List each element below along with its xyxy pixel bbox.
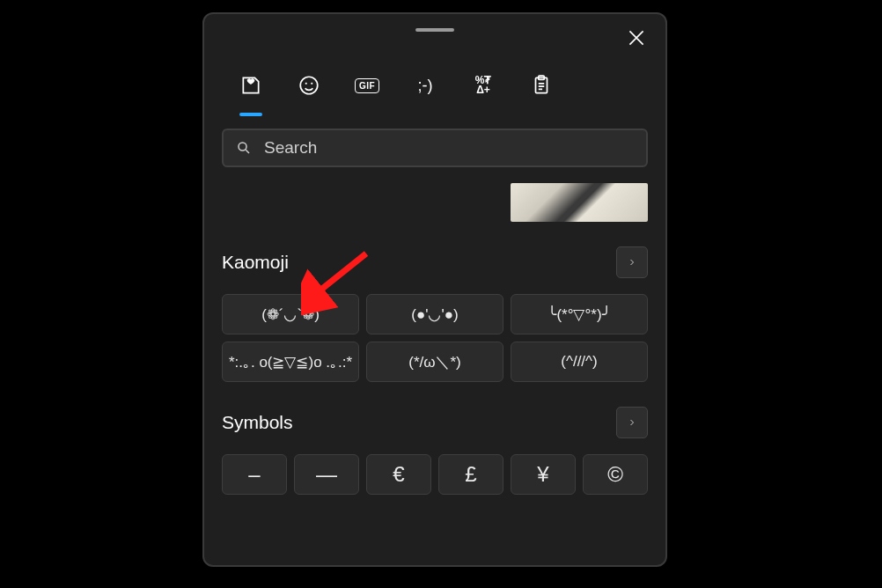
emoji-panel: GIF ;-) %₮Δ+ Kaomoji (❁´◡`❁) (●'◡'●) ╰(*…	[202, 12, 667, 567]
tab-clipboard[interactable]	[526, 70, 556, 100]
symbol-item[interactable]: –	[222, 454, 287, 495]
symbols-title: Symbols	[222, 412, 293, 433]
tab-emoji[interactable]	[294, 70, 324, 100]
clipboard-icon	[530, 74, 553, 97]
symbol-item[interactable]: ©	[583, 454, 648, 495]
symbols-expand-button[interactable]	[616, 407, 648, 438]
kaomoji-header: Kaomoji	[222, 246, 648, 278]
svg-point-0	[300, 77, 318, 94]
tab-kaomoji[interactable]: ;-)	[410, 70, 440, 100]
close-button[interactable]	[625, 26, 648, 49]
category-tabs: GIF ;-) %₮Δ+	[211, 32, 658, 100]
kaomoji-icon: ;-)	[418, 77, 433, 95]
gif-icon: GIF	[355, 78, 379, 93]
kaomoji-grid: (❁´◡`❁) (●'◡'●) ╰(*°▽°*)╯ *:.｡. o(≧▽≦)o …	[222, 294, 648, 382]
svg-point-2	[311, 83, 312, 85]
smiley-icon	[298, 74, 320, 97]
kaomoji-item[interactable]: (*/ω＼*)	[366, 342, 503, 382]
sticker-heart-icon	[239, 74, 262, 97]
content-scroll[interactable]: Kaomoji (❁´◡`❁) (●'◡'●) ╰(*°▽°*)╯ *:.｡. …	[211, 167, 658, 570]
gif-thumbnail[interactable]	[511, 183, 648, 222]
kaomoji-item[interactable]: *:.｡. o(≧▽≦)o .｡.:*	[222, 342, 359, 382]
kaomoji-item[interactable]: (❁´◡`❁)	[222, 294, 359, 334]
symbol-item[interactable]: £	[438, 454, 503, 495]
kaomoji-title: Kaomoji	[222, 252, 289, 273]
symbols-header: Symbols	[222, 407, 648, 438]
kaomoji-item[interactable]: (^///^)	[511, 342, 648, 382]
svg-point-5	[239, 143, 246, 151]
recent-gif-row	[222, 183, 648, 222]
chevron-right-icon	[627, 257, 637, 268]
search-icon	[236, 140, 252, 156]
symbols-grid: – — € £ ¥ ©	[222, 454, 648, 495]
kaomoji-expand-button[interactable]	[616, 246, 648, 278]
tab-recent[interactable]	[236, 70, 266, 100]
symbols-icon: %₮Δ+	[475, 76, 492, 95]
symbol-item[interactable]: €	[366, 454, 431, 495]
symbol-item[interactable]: —	[294, 454, 359, 495]
svg-point-1	[305, 83, 307, 85]
kaomoji-item[interactable]: (●'◡'●)	[366, 294, 503, 334]
search-input[interactable]	[252, 138, 634, 158]
kaomoji-item[interactable]: ╰(*°▽°*)╯	[511, 294, 648, 334]
tab-gif[interactable]: GIF	[352, 70, 382, 100]
close-icon	[625, 26, 648, 49]
chevron-right-icon	[627, 417, 637, 428]
tab-symbols[interactable]: %₮Δ+	[468, 70, 498, 100]
symbol-item[interactable]: ¥	[511, 454, 576, 495]
search-field[interactable]	[222, 129, 648, 167]
